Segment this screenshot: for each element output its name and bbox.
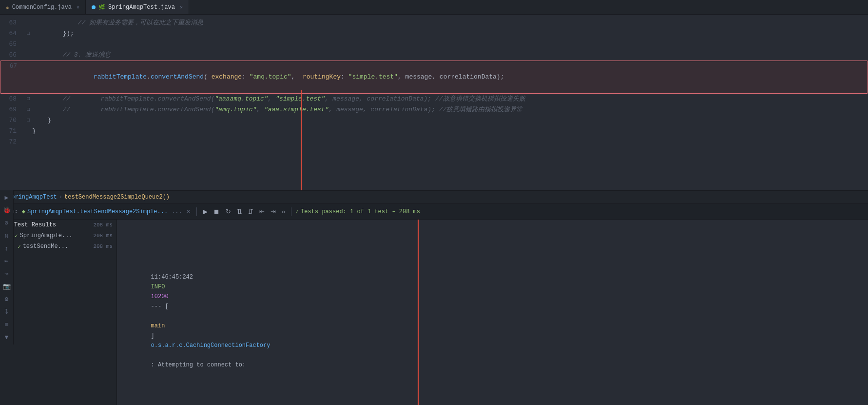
- side-icon-pin[interactable]: ▼: [1, 332, 12, 343]
- line-num-63: 63: [0, 18, 24, 28]
- line-content-67: rabbitTemplate.convertAndSend( exchange:…: [33, 61, 868, 93]
- log-content: 11:46:45:242 INFO 10200 --- [ main ] o.s…: [117, 220, 868, 405]
- line-content-64: });: [32, 28, 868, 39]
- line-content-63: // 如果有业务需要，可以在此之下重发消息: [32, 18, 868, 28]
- tree-item-spring[interactable]: ▼ ✓ SpringAmqpTe... 208 ms: [0, 230, 116, 241]
- tab-close-common[interactable]: ✕: [77, 4, 79, 10]
- line-num-64: 64: [0, 28, 24, 39]
- divider-1: [196, 207, 197, 216]
- run-btn[interactable]: ▶: [201, 207, 210, 216]
- code-line-66: 66 // 3. 发送消息: [0, 50, 868, 61]
- log-class-1: o.s.a.r.c.CachingConnectionFactory: [151, 342, 270, 349]
- tab-close-spring[interactable]: ✕: [180, 4, 183, 10]
- gutter-64: □: [24, 28, 32, 39]
- tab-label-common: CommonConfig.java: [12, 4, 72, 11]
- left-test-panel: ▼ ✓ Test Results 208 ms ▼ ✓ SpringAmqpTe…: [0, 220, 117, 405]
- side-icons-panel: ▶ 🐞 ⊘ ⇅ ↕ ⇤ ⇥ 📷 ⚙ ⤵ ≡ ▼: [0, 190, 14, 344]
- code-line-68: 68 □ // rabbitTemplate.convertAndSend("a…: [0, 94, 868, 104]
- log-bracket-1: ]: [151, 332, 158, 339]
- side-icon-debug[interactable]: 🐞: [1, 205, 12, 216]
- tab-spring-amqp[interactable]: 🌿 SpringAmqpTest.java ✕: [86, 0, 189, 14]
- line-content-69: // rabbitTemplate.convertAndSend("amq.to…: [32, 104, 868, 115]
- log-pid-1: 10200: [151, 293, 172, 300]
- code-line-65: 65: [0, 39, 868, 50]
- check-icon-run: ✓: [295, 208, 299, 215]
- line-num-72: 72: [0, 137, 24, 147]
- line-num-66: 66: [0, 50, 24, 61]
- check-icon-spring-test: ✓: [15, 233, 18, 239]
- line-content-71: }: [32, 126, 868, 137]
- breadcrumb-class[interactable]: SpringAmqpTest: [8, 194, 57, 201]
- breadcrumb-bar: SpringAmqpTest › testSendMessage2SimpleQ…: [0, 190, 868, 204]
- side-icon-coverage[interactable]: ⊘: [1, 218, 12, 228]
- code-line-63: 63 // 如果有业务需要，可以在此之下重发消息: [0, 18, 868, 28]
- line-num-67: 67: [0, 61, 25, 72]
- spring-icon: 🌿: [98, 4, 105, 10]
- side-icon-run[interactable]: ▶: [1, 192, 12, 203]
- code-line-70: 70 □ }: [0, 115, 868, 126]
- line-num-68: 68: [0, 94, 24, 104]
- code-lines: 63 // 如果有业务需要，可以在此之下重发消息 64 □ }); 65 66: [0, 15, 868, 150]
- side-icon-menu[interactable]: ≡: [1, 319, 12, 330]
- fold-icon-68[interactable]: □: [27, 94, 30, 104]
- breadcrumb-sep: ›: [59, 194, 62, 201]
- code-line-72: 72: [0, 137, 868, 147]
- sort2-btn[interactable]: ⇵: [246, 207, 255, 216]
- console-area: ▼ ✓ Test Results 208 ms ▼ ✓ SpringAmqpTe…: [0, 220, 868, 405]
- run-icon: ◆: [22, 208, 25, 215]
- line-num-71: 71: [0, 126, 24, 137]
- gutter-68: □: [24, 94, 32, 104]
- tree-label-root: Test Results: [14, 222, 56, 228]
- side-icon-expand[interactable]: ⇤: [1, 256, 12, 266]
- run-bar: Run: ◆ SpringAmqpTest.testSendMessage2Si…: [0, 204, 868, 220]
- line-num-65: 65: [0, 39, 24, 50]
- code-line-67: 67 rabbitTemplate.convertAndSend( exchan…: [0, 61, 868, 94]
- fold-icon-70[interactable]: □: [27, 115, 30, 126]
- tree-time-test-method: 208 ms: [93, 243, 113, 249]
- side-icon-camera[interactable]: 📷: [1, 281, 12, 292]
- tree-label-test-method: testSendMe...: [23, 243, 69, 250]
- tab-bar: ☕ CommonConfig.java ✕ 🌿 SpringAmqpTest.j…: [0, 0, 868, 15]
- java-icon: ☕: [6, 4, 9, 10]
- tab-common-config[interactable]: ☕ CommonConfig.java ✕: [0, 0, 86, 14]
- filter-btn[interactable]: ⇥: [269, 207, 278, 216]
- close-run-btn[interactable]: ✕: [184, 207, 193, 216]
- tree-time-spring: 208 ms: [93, 233, 113, 239]
- stop-btn[interactable]: ⏹: [212, 207, 222, 216]
- side-icon-settings[interactable]: ⚙: [1, 294, 12, 304]
- line-num-69: 69: [0, 104, 24, 115]
- tab-dot-active: [92, 5, 96, 9]
- rerun-btn[interactable]: ↻: [224, 207, 233, 216]
- sort-btn[interactable]: ⇅: [235, 207, 244, 216]
- log-thread-1: main: [151, 323, 165, 329]
- expand-btn[interactable]: ⇤: [257, 207, 267, 216]
- tests-passed-label: ✓ Tests passed: 1 of 1 test – 208 ms: [295, 208, 420, 215]
- breadcrumb-method[interactable]: testSendMessage2SimpleQueue2(): [64, 194, 170, 201]
- side-icon-structure[interactable]: ⇅: [1, 230, 12, 241]
- line-content-68: // rabbitTemplate.convertAndSend("aaaamq…: [32, 94, 868, 104]
- tests-passed-text: Tests passed: 1 of 1 test – 208 ms: [301, 208, 420, 215]
- fold-icon-64[interactable]: □: [27, 28, 30, 39]
- side-icon-collapse[interactable]: ⇥: [1, 268, 12, 279]
- tree-label-spring: SpringAmqpTe...: [20, 232, 73, 239]
- side-icon-import[interactable]: ⤵: [1, 306, 12, 317]
- code-line-69: 69 □ // rabbitTemplate.convertAndSend("a…: [0, 104, 868, 115]
- divider-2: [291, 207, 291, 216]
- tree-item-root[interactable]: ▼ ✓ Test Results 208 ms: [0, 220, 116, 230]
- log-line-1: 11:46:45:242 INFO 10200 --- [ main ] o.s…: [123, 263, 862, 380]
- run-name-dots: ...: [172, 208, 182, 215]
- log-msg-1: : Attempting to connect to:: [151, 362, 246, 368]
- fold-icon-69[interactable]: □: [27, 104, 30, 115]
- code-line-64: 64 □ });: [0, 28, 868, 39]
- tree-item-test-method[interactable]: ✓ testSendMe... 208 ms: [0, 241, 116, 252]
- line-num-70: 70: [0, 115, 24, 126]
- run-name[interactable]: SpringAmqpTest.testSendMessage2Simple...: [27, 208, 168, 215]
- log-ts-1: 11:46:45:242: [151, 274, 200, 281]
- side-icon-hierarchy[interactable]: ↕: [1, 243, 12, 254]
- log-colon-1: [151, 352, 169, 359]
- log-space-1: [151, 313, 207, 320]
- more-btn[interactable]: »: [280, 207, 287, 216]
- check-icon-test-method: ✓: [18, 243, 21, 250]
- tab-label-spring: SpringAmqpTest.java: [108, 4, 175, 11]
- gutter-69: □: [24, 104, 32, 115]
